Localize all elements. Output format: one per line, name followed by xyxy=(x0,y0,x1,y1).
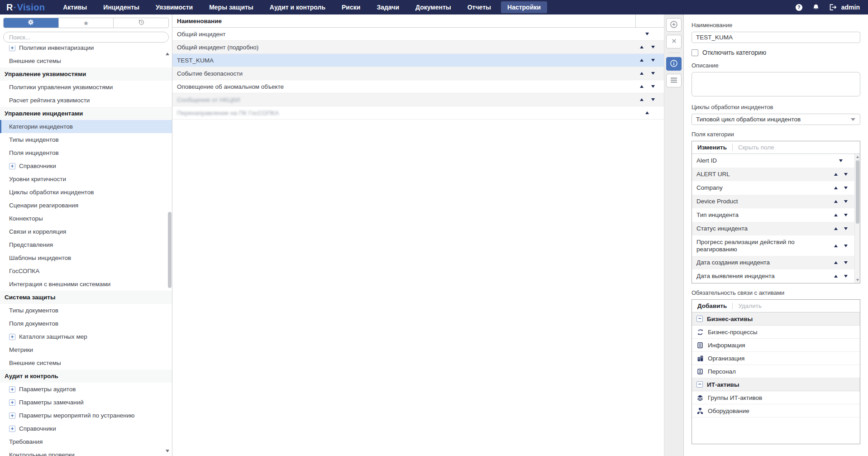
asset-group-row[interactable]: − Бизнес-активы xyxy=(692,312,860,326)
sidebar-item[interactable]: + Политики инвентаризации xyxy=(0,45,172,54)
expand-plus-icon[interactable]: + xyxy=(9,426,15,432)
sidebar-scrollbar[interactable] xyxy=(168,212,172,288)
asset-type-row[interactable]: − Организация xyxy=(692,352,860,365)
move-up-icon[interactable] xyxy=(834,214,838,216)
sidebar-item[interactable]: + Внешние системы xyxy=(0,54,172,67)
edit-field-button[interactable]: Изменить xyxy=(697,144,727,151)
sidebar-item[interactable]: + Внешние системы xyxy=(0,356,172,370)
move-up-icon[interactable] xyxy=(834,261,838,264)
scroll-down-icon[interactable] xyxy=(166,450,169,452)
description-textarea[interactable] xyxy=(692,72,860,96)
sidebar-item[interactable]: + Сценарии реагирования xyxy=(0,199,172,212)
sidebar-item[interactable]: + Поля документов xyxy=(0,317,172,330)
category-row[interactable]: Оповещение об аномальном объекте xyxy=(172,80,664,93)
disable-category-checkbox[interactable] xyxy=(692,49,698,56)
expand-plus-icon[interactable]: + xyxy=(9,334,15,340)
asset-group-row[interactable]: − ИТ-активы xyxy=(692,378,860,391)
category-row[interactable]: Общий инцидент (подробно) xyxy=(172,41,664,54)
nav-item[interactable]: Меры защиты xyxy=(203,1,260,13)
add-button[interactable] xyxy=(666,18,682,32)
nav-item[interactable]: Задачи xyxy=(370,1,405,13)
remove-asset-button[interactable]: Удалить xyxy=(738,302,762,309)
category-field-row[interactable]: Тип инцидента xyxy=(692,208,854,222)
scroll-up-icon[interactable] xyxy=(856,156,859,158)
sidebar-item[interactable]: + Политики управления уязвимостями xyxy=(0,81,172,94)
move-up-icon[interactable] xyxy=(640,98,644,101)
sidebar-item[interactable]: + Справочники xyxy=(0,422,172,435)
tool-button[interactable] xyxy=(668,53,680,53)
nav-item[interactable]: Отчеты xyxy=(461,1,497,13)
move-up-icon[interactable] xyxy=(645,111,649,114)
category-field-row[interactable]: Дата создания инцидента xyxy=(692,256,854,269)
sidebar-item[interactable]: + Метрики xyxy=(0,343,172,356)
sidebar-item[interactable]: + Интеграция с внешними системами xyxy=(0,278,172,291)
hide-field-button[interactable]: Скрыть поле xyxy=(738,144,774,151)
move-up-icon[interactable] xyxy=(834,227,838,230)
sidebar-item[interactable]: + Расчет рейтинга уязвимости xyxy=(0,94,172,107)
sidebar-item[interactable]: + Категории инцидентов xyxy=(0,120,172,133)
category-field-row[interactable]: Дата выявления инцидента xyxy=(692,269,854,283)
category-row[interactable]: TEST_KUMA xyxy=(172,54,664,67)
sidebar-item[interactable]: + Параметры замечаний xyxy=(0,396,172,409)
expand-plus-icon[interactable]: + xyxy=(9,399,15,406)
help-icon[interactable]: ? xyxy=(795,4,803,11)
sidebar-item[interactable]: + Параметры мероприятий по устранению xyxy=(0,409,172,422)
sidebar-item[interactable]: + Циклы обработки инцидентов xyxy=(0,186,172,199)
nav-item[interactable]: Настройки xyxy=(501,1,547,13)
category-field-row[interactable]: Company xyxy=(692,181,854,195)
collapse-minus-icon[interactable]: − xyxy=(696,381,703,388)
move-up-icon[interactable] xyxy=(834,200,838,203)
asset-type-row[interactable]: − Бизнес-процессы xyxy=(692,326,860,339)
cycle-select[interactable]: Типовой цикл обработки инцидентов xyxy=(692,114,860,125)
scroll-up-icon[interactable] xyxy=(166,53,169,55)
sidebar-item[interactable]: + Уровни критичности xyxy=(0,173,172,186)
asset-type-row[interactable]: − Персонал xyxy=(692,365,860,378)
category-field-row[interactable]: Прогресс реализации действий по реагиров… xyxy=(692,235,854,256)
move-down-icon[interactable] xyxy=(645,33,649,35)
nav-item[interactable]: Риски xyxy=(335,1,367,13)
sidebar-item[interactable]: + Представления xyxy=(0,238,172,251)
move-down-icon[interactable] xyxy=(651,59,655,62)
category-row[interactable]: Общий инцидент xyxy=(172,28,664,41)
asset-type-row[interactable]: − Группы ИТ-активов xyxy=(692,391,860,404)
search-input[interactable] xyxy=(3,32,169,43)
expand-plus-icon[interactable]: + xyxy=(9,45,15,51)
move-down-icon[interactable] xyxy=(844,214,848,216)
sidebar-item[interactable]: + Поля инцидентов xyxy=(0,146,172,159)
collapse-minus-icon[interactable]: − xyxy=(696,316,703,322)
move-down-icon[interactable] xyxy=(839,159,843,162)
logout-icon[interactable] xyxy=(829,4,838,11)
category-row[interactable]: Сообщение от НКЦКИ xyxy=(172,93,664,106)
sidebar-item[interactable]: + Контрольные проверки xyxy=(0,448,172,456)
move-up-icon[interactable] xyxy=(834,173,838,176)
sidebar-item[interactable]: + Шаблоны инцидентов xyxy=(0,251,172,264)
category-row[interactable]: Перенаправление на ПК ГосСОПКА xyxy=(172,106,664,120)
expand-plus-icon[interactable]: + xyxy=(9,386,15,393)
move-up-icon[interactable] xyxy=(640,59,644,62)
move-up-icon[interactable] xyxy=(640,72,644,75)
move-up-icon[interactable] xyxy=(640,46,644,48)
nav-item[interactable]: Уязвимости xyxy=(149,1,199,13)
move-down-icon[interactable] xyxy=(651,46,655,48)
move-down-icon[interactable] xyxy=(844,261,848,264)
nav-item[interactable]: Активы xyxy=(57,1,93,13)
category-field-row[interactable]: Device Product xyxy=(692,195,854,208)
category-field-row[interactable]: ALERT URL xyxy=(692,168,854,181)
menu-button[interactable] xyxy=(666,74,682,87)
move-down-icon[interactable] xyxy=(651,85,655,88)
info-button[interactable] xyxy=(666,57,682,71)
category-field-row[interactable]: Статус инцидента xyxy=(692,222,854,235)
move-down-icon[interactable] xyxy=(651,72,655,75)
move-up-icon[interactable] xyxy=(834,275,838,278)
bell-icon[interactable] xyxy=(812,4,820,11)
fields-scrollbar[interactable] xyxy=(854,154,860,283)
sidebar-item[interactable]: + Типы инцидентов xyxy=(0,133,172,146)
tab-settings-tree[interactable] xyxy=(4,18,58,28)
nav-item[interactable]: Аудит и контроль xyxy=(263,1,332,13)
add-asset-button[interactable]: Добавить xyxy=(697,302,727,309)
category-row[interactable]: Событие безопасности xyxy=(172,67,664,80)
move-down-icon[interactable] xyxy=(844,200,848,203)
close-button[interactable] xyxy=(666,35,682,48)
sidebar-item[interactable]: + Типы документов xyxy=(0,304,172,317)
move-down-icon[interactable] xyxy=(844,173,848,176)
